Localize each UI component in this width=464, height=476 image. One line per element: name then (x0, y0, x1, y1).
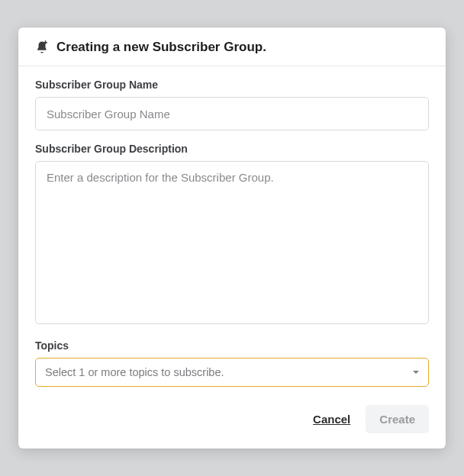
subscriber-group-description-input[interactable] (35, 161, 429, 324)
modal-actions: Cancel Create (35, 405, 429, 433)
field-topics: Topics Select 1 or more topics to subscr… (35, 339, 429, 387)
create-button[interactable]: Create (366, 405, 429, 433)
name-label: Subscriber Group Name (35, 79, 429, 91)
svg-rect-1 (44, 42, 47, 43)
cancel-button[interactable]: Cancel (311, 410, 352, 429)
create-subscriber-group-modal: Creating a new Subscriber Group. Subscri… (18, 27, 446, 449)
field-name: Subscriber Group Name (35, 79, 429, 130)
modal-body: Subscriber Group Name Subscriber Group D… (18, 66, 446, 449)
subscriber-group-name-input[interactable] (35, 97, 429, 130)
bell-plus-icon (35, 40, 49, 54)
topics-select-wrap: Select 1 or more topics to subscribe. (35, 358, 429, 387)
field-description: Subscriber Group Description (35, 143, 429, 327)
topics-select[interactable]: Select 1 or more topics to subscribe. (35, 358, 429, 387)
topics-label: Topics (35, 339, 429, 352)
modal-header: Creating a new Subscriber Group. (18, 27, 446, 66)
description-label: Subscriber Group Description (35, 143, 429, 155)
modal-title: Creating a new Subscriber Group. (56, 40, 266, 55)
topics-select-placeholder: Select 1 or more topics to subscribe. (45, 366, 224, 378)
